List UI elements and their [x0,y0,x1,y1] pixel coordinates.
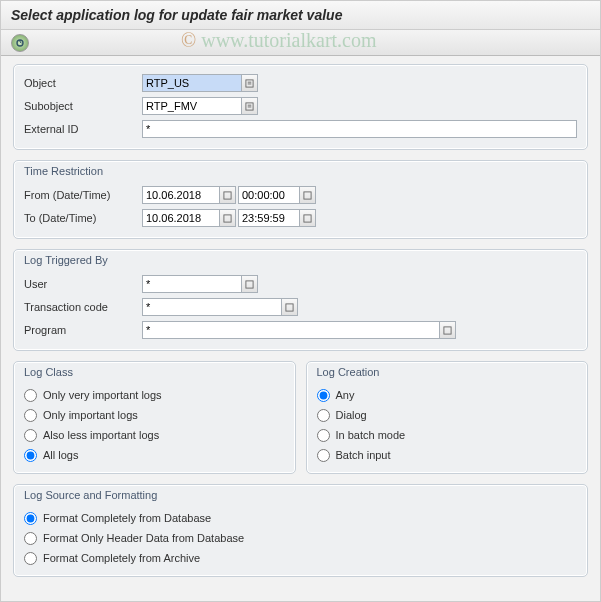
subobject-f4-icon[interactable] [242,97,258,115]
log-creation-batch[interactable]: In batch mode [317,425,578,445]
log-class-radio-important[interactable] [24,409,37,422]
log-creation-radio-batch-input[interactable] [317,449,330,462]
svg-rect-9 [224,214,231,221]
program-label: Program [24,324,142,336]
log-class-less-important[interactable]: Also less important logs [24,425,285,445]
time-restriction-title: Time Restriction [24,165,577,180]
object-label: Object [24,77,142,89]
log-class-important[interactable]: Only important logs [24,405,285,425]
from-time-input[interactable] [238,186,300,204]
svg-rect-12 [286,303,293,310]
log-creation-title: Log Creation [317,366,578,381]
to-label: To (Date/Time) [24,212,142,224]
log-creation-panel: Log Creation Any Dialog In batch mode Ba… [306,361,589,474]
object-input[interactable] [142,74,242,92]
log-class-radio-very-important[interactable] [24,389,37,402]
user-input[interactable] [142,275,242,293]
log-triggered-panel: Log Triggered By User Transaction code P… [13,249,588,351]
from-date-input[interactable] [142,186,220,204]
log-triggered-title: Log Triggered By [24,254,577,269]
log-class-all[interactable]: All logs [24,445,285,465]
log-source-radio-db-header[interactable] [24,532,37,545]
execute-button[interactable] [11,34,29,52]
log-creation-radio-batch[interactable] [317,429,330,442]
log-source-radio-db-full[interactable] [24,512,37,525]
tcode-label: Transaction code [24,301,142,313]
toolbar [1,30,600,56]
log-class-label-important: Only important logs [43,409,138,421]
svg-rect-3 [248,83,252,84]
log-creation-batch-input[interactable]: Batch input [317,445,578,465]
to-time-input[interactable] [238,209,300,227]
log-source-db-full[interactable]: Format Completely from Database [24,508,577,528]
user-f4-icon[interactable] [242,275,258,293]
to-date-f4-icon[interactable] [220,209,236,227]
log-class-panel: Log Class Only very important logs Only … [13,361,296,474]
subobject-label: Subobject [24,100,142,112]
log-class-label-very-important: Only very important logs [43,389,162,401]
log-source-db-header[interactable]: Format Only Header Data from Database [24,528,577,548]
log-source-label-db-full: Format Completely from Database [43,512,211,524]
svg-rect-6 [248,106,252,107]
log-source-archive[interactable]: Format Completely from Archive [24,548,577,568]
object-f4-icon[interactable] [242,74,258,92]
log-creation-any[interactable]: Any [317,385,578,405]
selection-panel: Object Subobject External ID [13,64,588,150]
log-creation-radio-any[interactable] [317,389,330,402]
log-source-label-db-header: Format Only Header Data from Database [43,532,244,544]
to-time-f4-icon[interactable] [300,209,316,227]
from-date-f4-icon[interactable] [220,186,236,204]
log-class-radio-all[interactable] [24,449,37,462]
log-creation-dialog[interactable]: Dialog [317,405,578,425]
from-time-f4-icon[interactable] [300,186,316,204]
log-creation-label-batch: In batch mode [336,429,406,441]
page-title: Select application log for update fair m… [1,1,600,30]
svg-rect-8 [304,191,311,198]
svg-rect-10 [304,214,311,221]
time-restriction-panel: Time Restriction From (Date/Time) To (Da… [13,160,588,239]
svg-rect-2 [248,81,252,82]
log-source-radio-archive[interactable] [24,552,37,565]
log-class-title: Log Class [24,366,285,381]
tcode-input[interactable] [142,298,282,316]
program-f4-icon[interactable] [440,321,456,339]
external-id-label: External ID [24,123,142,135]
log-class-radio-less-important[interactable] [24,429,37,442]
user-label: User [24,278,142,290]
svg-rect-11 [246,280,253,287]
svg-rect-13 [444,326,451,333]
program-input[interactable] [142,321,440,339]
svg-rect-7 [224,191,231,198]
external-id-input[interactable] [142,120,577,138]
log-creation-radio-dialog[interactable] [317,409,330,422]
log-creation-label-any: Any [336,389,355,401]
log-source-label-archive: Format Completely from Archive [43,552,200,564]
log-source-title: Log Source and Formatting [24,489,577,504]
log-class-label-all: All logs [43,449,78,461]
log-creation-label-dialog: Dialog [336,409,367,421]
log-creation-label-batch-input: Batch input [336,449,391,461]
subobject-input[interactable] [142,97,242,115]
log-class-very-important[interactable]: Only very important logs [24,385,285,405]
log-source-panel: Log Source and Formatting Format Complet… [13,484,588,577]
tcode-f4-icon[interactable] [282,298,298,316]
from-label: From (Date/Time) [24,189,142,201]
log-class-label-less-important: Also less important logs [43,429,159,441]
svg-rect-5 [248,104,252,105]
to-date-input[interactable] [142,209,220,227]
